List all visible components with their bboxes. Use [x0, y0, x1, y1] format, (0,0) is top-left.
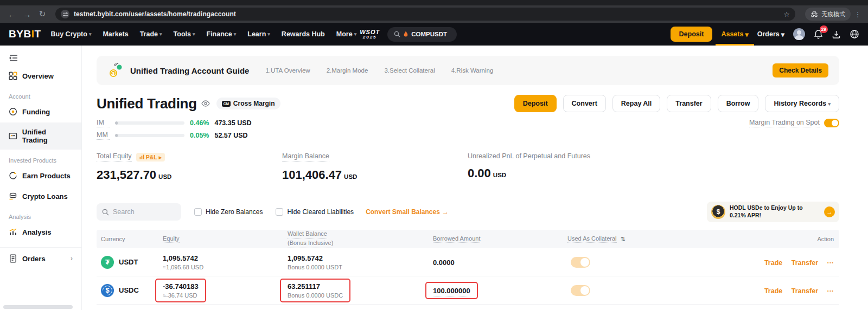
pnl-badge[interactable]: P&L ▸ — [136, 153, 165, 162]
site-settings-icon[interactable] — [61, 10, 69, 18]
chevron-down-icon: ▾ — [828, 101, 831, 107]
browser-reload-button[interactable]: ↻ — [36, 9, 49, 19]
loans-icon — [9, 192, 17, 201]
header-bonus-inclusive: (Bonus Inclusive) — [288, 239, 333, 248]
url-text: testnet.bybit.com/user/assets/home/tradi… — [74, 10, 779, 18]
mm-row: MM 0.05% 52.57 USD — [97, 131, 252, 140]
sidebar-item-orders[interactable]: Orders › — [0, 249, 81, 268]
nav-assets[interactable]: Assets▾ — [721, 30, 748, 38]
trade-link[interactable]: Trade — [764, 259, 782, 267]
margin-ratio-section: IM 0.46% 473.35 USD MM 0.05% 52.57 USD M… — [97, 119, 839, 144]
margin-balance-label: Margin Balance — [282, 152, 329, 162]
browser-menu-icon[interactable]: ⋮ — [853, 10, 863, 18]
guide-step-4[interactable]: 4.Risk Warning — [451, 67, 494, 74]
sort-icon[interactable]: ⇅ — [621, 236, 626, 243]
transfer-button[interactable]: Transfer — [667, 95, 711, 112]
menu-markets[interactable]: Markets — [103, 30, 128, 38]
sidebar-item-crypto-loans[interactable]: Crypto Loans — [0, 186, 81, 206]
guide-step-1[interactable]: 1.UTA Overview — [265, 67, 310, 74]
history-records-button[interactable]: History Records ▾ — [765, 95, 839, 112]
incognito-label: 无痕模式 — [821, 10, 845, 18]
more-actions-icon[interactable]: ··· — [827, 287, 834, 295]
nav-orders[interactable]: Orders▾ — [757, 30, 784, 38]
sidebar-collapse-icon[interactable] — [0, 51, 81, 65]
sidebar-horizontal-scrollbar[interactable] — [3, 305, 73, 309]
account-header: Unified Trading CM Cross Margin Deposit … — [97, 95, 839, 112]
total-equity-value: 231,527.70USD — [97, 168, 282, 182]
page-title: Unified Trading — [97, 95, 197, 112]
chevron-down-icon: ▾ — [781, 30, 784, 38]
transfer-link[interactable]: Transfer — [792, 259, 818, 267]
promo-arrow-button[interactable]: → — [824, 206, 835, 217]
convert-button[interactable]: Convert — [563, 95, 606, 112]
eye-icon[interactable] — [201, 100, 210, 107]
collateral-toggle[interactable] — [571, 285, 590, 296]
search-input[interactable] — [113, 208, 167, 216]
guide-title: Unified Trading Account Guide — [130, 66, 249, 75]
download-icon[interactable] — [832, 30, 841, 39]
sidebar-item-overview[interactable]: Overview — [0, 66, 81, 86]
more-actions-icon[interactable]: ··· — [827, 259, 834, 267]
bookmark-star-icon[interactable]: ☆ — [783, 10, 790, 18]
hide-cleared-liabilities-checkbox[interactable]: Hide Cleared Liabilities — [276, 208, 354, 216]
guide-steps: 1.UTA Overview 2.Margin Mode 3.Select Co… — [265, 67, 493, 74]
asset-search-box[interactable] — [97, 203, 181, 221]
checkbox-icon[interactable] — [276, 208, 283, 216]
borrowed-value: 0.0000 — [433, 259, 455, 267]
sidebar-item-label: Analysis — [22, 228, 51, 236]
margin-mode-badge[interactable]: CM Cross Margin — [216, 98, 280, 109]
usde-promo-card[interactable]: $ HODL USDe to Enjoy Up to 0.21% APR! → — [707, 202, 839, 222]
collateral-toggle[interactable] — [571, 257, 590, 268]
convert-small-balances-link[interactable]: Convert Small Balances → — [366, 208, 449, 216]
filter-row: Hide Zero Balances Hide Cleared Liabilit… — [97, 202, 839, 222]
main-content: $ Unified Trading Account Guide 1.UTA Ov… — [82, 46, 868, 310]
sidebar: Overview Account Funding Unified Trading… — [0, 46, 82, 310]
hide-zero-balances-checkbox[interactable]: Hide Zero Balances — [194, 208, 263, 216]
sidebar-item-earn-products[interactable]: Earn Products — [0, 166, 81, 185]
nav-search-box[interactable]: COMPUSDT — [387, 27, 457, 42]
user-avatar[interactable] — [793, 28, 805, 40]
equity-value: 1,095.5742 — [163, 254, 288, 262]
trade-link[interactable]: Trade — [764, 287, 782, 295]
menu-tools[interactable]: Tools▾ — [174, 30, 195, 38]
check-details-button[interactable]: Check Details — [773, 63, 828, 78]
chevron-down-icon: ▾ — [354, 31, 357, 37]
guide-step-3[interactable]: 3.Select Collateral — [384, 67, 435, 74]
transfer-link[interactable]: Transfer — [792, 287, 818, 295]
wsot-2025-logo[interactable]: WSOT 2025 — [360, 29, 380, 40]
repay-all-button[interactable]: Repay All — [612, 95, 661, 112]
bonus-value: Bonus 0.0000 USDC — [288, 292, 343, 299]
browser-back-button[interactable]: ← — [5, 10, 18, 19]
deposit-button[interactable]: Deposit — [514, 95, 557, 112]
borrow-button[interactable]: Borrow — [718, 95, 759, 112]
browser-forward-button[interactable]: → — [21, 10, 34, 19]
bybit-logo[interactable]: BYBIT — [9, 28, 41, 40]
mini-chart-icon — [139, 154, 144, 159]
menu-more[interactable]: More▾ — [336, 30, 356, 38]
guide-step-2[interactable]: 2.Margin Mode — [327, 67, 368, 74]
margin-trading-spot-toggle[interactable] — [824, 119, 839, 127]
assets-table: Currency Equity Wallet Balance (Bonus In… — [97, 230, 839, 305]
document-icon — [9, 254, 17, 263]
account-actions: Deposit Convert Repay All Transfer Borro… — [514, 95, 839, 112]
menu-learn[interactable]: Learn▾ — [247, 30, 270, 38]
language-globe-icon[interactable] — [850, 29, 859, 39]
header-action: Action — [817, 236, 834, 242]
coin-icon — [9, 107, 17, 116]
notification-count-badge: 29 — [820, 25, 828, 33]
sidebar-item-analysis[interactable]: Analysis — [0, 222, 81, 242]
sidebar-item-unified-trading[interactable]: Unified Trading — [0, 122, 81, 150]
bonus-value: Bonus 0.0000 USDT — [288, 264, 433, 270]
menu-rewards-hub[interactable]: Rewards Hub — [282, 30, 325, 38]
header-currency: Currency — [101, 236, 125, 242]
notifications-bell[interactable]: 29 — [814, 29, 823, 39]
address-bar[interactable]: testnet.bybit.com/user/assets/home/tradi… — [55, 8, 795, 21]
menu-finance[interactable]: Finance▾ — [207, 30, 237, 38]
menu-buy-crypto[interactable]: Buy Crypto▾ — [51, 30, 92, 38]
checkbox-icon[interactable] — [194, 208, 202, 216]
menu-trade[interactable]: Trade▾ — [140, 30, 162, 38]
table-header: Currency Equity Wallet Balance (Bonus In… — [97, 230, 839, 248]
nav-deposit-button[interactable]: Deposit — [671, 27, 713, 42]
margin-balance-stat: Margin Balance 101,406.47USD — [282, 152, 468, 182]
sidebar-item-funding[interactable]: Funding — [0, 102, 81, 121]
